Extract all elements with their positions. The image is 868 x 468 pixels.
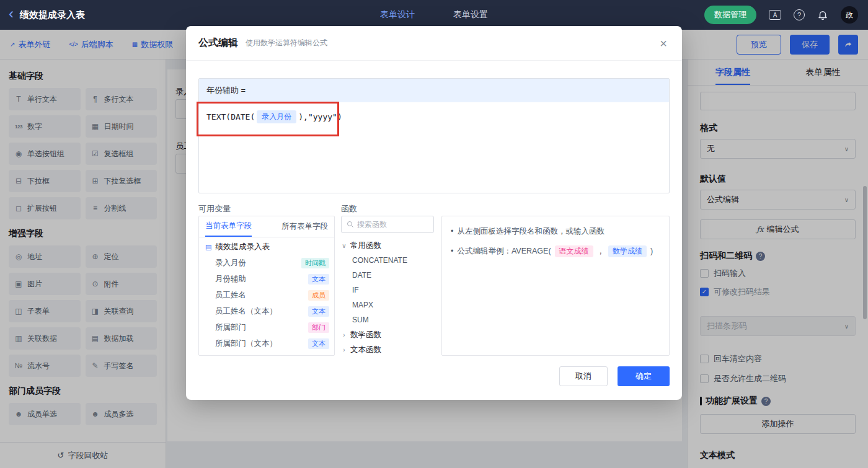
field-type-tag: 文本 [308,306,329,317]
chevron-down-icon: ∨ [341,242,347,249]
field-type-tag: 部门 [308,322,329,333]
tab-form-design[interactable]: 表单设计 [380,9,415,20]
formula-text: TEXT(DATE( [206,112,255,121]
field-type-tag: 文本 [308,338,329,349]
dialog-header: 公式编辑 使用数学运算符编辑公式 × [186,26,682,61]
help-text: ， [597,244,605,258]
topbar-tabs: 表单设计 表单设置 [380,9,488,20]
back-icon[interactable]: ‹ [9,6,14,21]
function-group-math[interactable]: › 数学函数 [341,327,434,342]
form-root-node[interactable]: ▤ 绩效提成录入表 [199,239,334,255]
help-line: • 从左侧面板选择字段名和函数，或输入函数 [451,224,660,239]
field-type-tag: 文本 [308,274,329,285]
help-text: 从左侧面板选择字段名和函数，或输入函数 [457,224,604,239]
field-type-tag: 成员 [308,290,329,301]
help-text: 公式编辑举例：AVERAGE( [457,244,551,258]
formula-expression[interactable]: TEXT(DATE( 录入月份 ),"yyyy") [199,102,669,131]
close-icon[interactable]: × [660,37,667,50]
top-navbar: ‹ 绩效提成录入表 表单设计 表单设置 数据管理 A ? 政 [0,0,868,30]
formula-field-pill[interactable]: 录入月份 [257,110,296,123]
variable-row[interactable]: 录入月份 时间戳 [199,255,334,271]
data-manage-button[interactable]: 数据管理 [704,6,756,24]
variable-name: 员工姓名（文本） [215,306,277,317]
variables-panel: 当前表单字段 所有表单字段 ▤ 绩效提成录入表 录入月份 时间戳 月份辅助 文本… [198,216,335,356]
user-avatar[interactable]: 政 [841,6,858,24]
function-group-text[interactable]: › 文本函数 [341,342,434,357]
variables-label: 可用变量 [198,203,231,214]
variable-row[interactable]: 员工姓名（文本） 文本 [199,303,334,319]
function-search-box[interactable] [341,216,434,233]
variable-name: 所属部门（文本） [215,338,277,349]
tab-all-form-fields[interactable]: 所有表单字段 [281,216,328,237]
variable-name: 录入月份 [215,258,246,268]
formula-editor: 年份辅助 = TEXT(DATE( 录入月份 ),"yyyy") [198,78,670,193]
help-line-example: • 公式编辑举例：AVERAGE( 语文成绩 ， 数学成绩 ) [451,244,660,258]
document-icon: ▤ [205,243,211,251]
formula-text: ),"yyyy") [298,112,342,121]
functions-label: 函数 [341,203,357,214]
function-item[interactable]: CONCATENATE [341,253,434,268]
chevron-right-icon: › [341,347,347,353]
bullet-icon: • [451,244,453,258]
function-group-common[interactable]: ∨ 常用函数 [341,238,434,253]
field-type-tag: 时间戳 [301,258,329,268]
variable-row[interactable]: 员工姓名 成员 [199,287,334,303]
variable-row[interactable]: 所属部门 部门 [199,319,334,335]
chevron-right-icon: › [341,332,347,338]
help-text: ) [650,244,653,258]
function-item[interactable]: MAPX [341,298,434,312]
function-item[interactable]: DATE [341,268,434,283]
dialog-subtitle: 使用数学运算符编辑公式 [246,38,327,48]
tab-form-settings[interactable]: 表单设置 [453,9,488,20]
form-root-label: 绩效提成录入表 [215,242,270,252]
language-icon[interactable]: A [769,10,781,20]
functions-panel: ∨ 常用函数 CONCATENATE DATE IF MAPX SUM › 数学… [341,216,434,360]
confirm-button[interactable]: 确定 [618,366,670,386]
function-item[interactable]: IF [341,283,434,298]
notification-bell-icon[interactable] [817,9,828,20]
search-input[interactable] [357,220,428,229]
variable-name: 所属部门 [215,322,246,333]
topbar-right: 数据管理 A ? 政 [704,6,868,24]
variables-tabs: 当前表单字段 所有表单字段 [199,216,334,237]
variable-row[interactable]: 所属部门（文本） 文本 [199,335,334,351]
tab-current-form-fields[interactable]: 当前表单字段 [205,216,252,237]
variable-name: 员工姓名 [215,290,246,301]
function-item[interactable]: SUM [341,312,434,327]
formula-target-label: 年份辅助 = [199,79,669,102]
help-panel: • 从左侧面板选择字段名和函数，或输入函数 • 公式编辑举例：AVERAGE( … [441,216,670,356]
example-field-pill: 语文成绩 [555,245,593,257]
formula-editor-dialog: 公式编辑 使用数学运算符编辑公式 × 年份辅助 = TEXT(DATE( 录入月… [186,26,682,400]
bullet-icon: • [451,224,453,239]
variable-name: 月份辅助 [215,274,246,285]
cancel-button[interactable]: 取消 [559,366,608,386]
search-icon [347,221,354,228]
example-field-pill: 数学成绩 [608,245,647,257]
page-title: 绩效提成录入表 [20,9,85,21]
dialog-footer: 取消 确定 [186,361,682,400]
help-icon[interactable]: ? [794,9,805,20]
topbar-left: ‹ 绩效提成录入表 [0,9,85,21]
dialog-title: 公式编辑 [198,37,238,50]
variable-row[interactable]: 月份辅助 文本 [199,271,334,287]
